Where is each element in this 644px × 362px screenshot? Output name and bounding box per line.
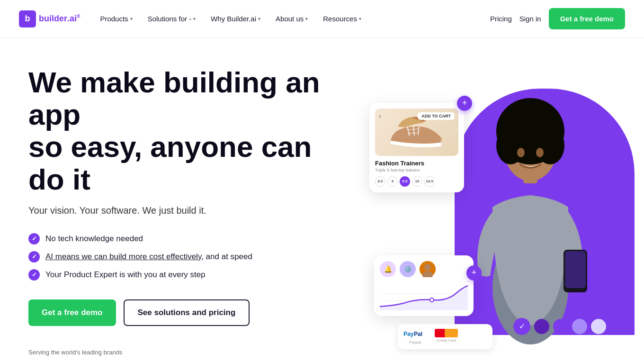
logo-text: builder.ai® bbox=[39, 14, 80, 24]
app-card: ‹ ADD TO CART Fashion Trainers bbox=[369, 103, 464, 192]
nav-signin-link[interactable]: Sign in bbox=[519, 15, 541, 23]
hero-headline-line1: We make building an app bbox=[28, 66, 320, 131]
nav-resources-label: Resources bbox=[323, 15, 357, 23]
feature-text-1: No tech knowledge needed bbox=[45, 234, 143, 244]
nav-item-solutions[interactable]: Solutions for - ▾ bbox=[141, 11, 203, 27]
nav-about-label: About us bbox=[276, 15, 304, 23]
nav-left: b builder.ai® Products ▾ Solutions for -… bbox=[19, 10, 368, 27]
logo-mark: b bbox=[19, 10, 36, 27]
nav-item-products[interactable]: Products ▾ bbox=[93, 11, 139, 27]
nav-why-label: Why Builder.ai bbox=[211, 15, 256, 23]
svg-point-7 bbox=[536, 148, 544, 157]
size-10-5[interactable]: 10.5 bbox=[424, 176, 435, 187]
analytics-chart bbox=[380, 282, 468, 310]
svg-rect-10 bbox=[565, 251, 586, 288]
chevron-down-icon: ▾ bbox=[130, 16, 133, 21]
dot-2 bbox=[553, 319, 568, 334]
plus-bubble-top: + bbox=[457, 96, 472, 111]
hero-primary-cta[interactable]: Get a free demo bbox=[28, 299, 116, 326]
app-card-product-subtitle: Triple S low-top trainers bbox=[375, 168, 458, 172]
back-icon: ‹ bbox=[379, 112, 381, 120]
paypal-svg: Pay Pal bbox=[403, 329, 427, 338]
add-to-cart-tag[interactable]: ADD TO CART bbox=[418, 112, 455, 120]
svg-point-5 bbox=[536, 127, 564, 164]
size-8-5[interactable]: 8.5 bbox=[375, 176, 385, 187]
chevron-down-icon: ▾ bbox=[193, 16, 196, 21]
credit-card-label: Credit Card bbox=[435, 338, 458, 343]
check-icon-2: ✓ bbox=[28, 251, 40, 262]
feature-item-2: ✓ AI means we can build more cost effect… bbox=[28, 251, 350, 262]
chevron-down-icon: ▾ bbox=[258, 16, 260, 21]
logo-name: builder bbox=[39, 14, 67, 23]
feature-text-2-suffix: , and at speed bbox=[201, 252, 252, 261]
app-card-image: ‹ ADD TO CART bbox=[375, 109, 458, 156]
feature-text-3: Your Product Expert is with you at every… bbox=[45, 270, 206, 280]
size-10[interactable]: 10 bbox=[412, 176, 422, 187]
logo-suffix: ai bbox=[70, 14, 77, 23]
ai-link[interactable]: AI means we can build more cost effectiv… bbox=[45, 252, 201, 261]
navbar: b builder.ai® Products ▾ Solutions for -… bbox=[0, 0, 644, 38]
hero-section: We make building an app so easy, anyone … bbox=[0, 38, 644, 362]
chevron-down-icon: ▾ bbox=[305, 16, 308, 21]
hero-ctas: Get a free demo See solutions and pricin… bbox=[28, 299, 350, 326]
plus-bubble-analytics: + bbox=[466, 265, 482, 281]
svg-text:Pay: Pay bbox=[403, 331, 414, 337]
nav-solutions-label: Solutions for - bbox=[148, 15, 192, 23]
feature-item-3: ✓ Your Product Expert is with you at eve… bbox=[28, 269, 350, 281]
paypal-label: Paypal bbox=[403, 340, 427, 344]
brands-label: Serving the world's leading brands bbox=[28, 349, 350, 356]
payment-card: Pay Pal Paypal Credit Card bbox=[398, 324, 492, 349]
check-icon-3: ✓ bbox=[28, 269, 40, 281]
svg-point-6 bbox=[517, 148, 525, 157]
card-icons bbox=[435, 329, 458, 337]
nav-right: Pricing Sign in Get a free demo bbox=[490, 8, 625, 29]
paypal-logo: Pay Pal bbox=[403, 329, 427, 339]
hero-visual: ‹ ADD TO CART Fashion Trainers bbox=[369, 89, 625, 354]
hero-subtitle: Your vision. Your software. We just buil… bbox=[28, 205, 350, 216]
hero-features-list: ✓ No tech knowledge needed ✓ AI means we… bbox=[28, 233, 350, 281]
logo[interactable]: b builder.ai® bbox=[19, 10, 80, 27]
user-avatar-svg bbox=[420, 261, 436, 277]
credit-card-payment: Credit Card bbox=[435, 329, 458, 344]
check-dot: ✓ bbox=[513, 318, 530, 335]
hero-headline: We make building an app so easy, anyone … bbox=[28, 66, 350, 196]
hero-headline-line2: so easy, anyone can do it bbox=[28, 130, 312, 195]
hero-woman-image bbox=[459, 89, 601, 344]
logo-trademark: ® bbox=[77, 14, 80, 19]
nav-demo-button[interactable]: Get a free demo bbox=[549, 8, 625, 29]
feature-item-1: ✓ No tech knowledge needed bbox=[28, 233, 350, 244]
size-selector: 8.5 9 9.5 10 10.5 bbox=[375, 176, 458, 187]
size-9[interactable]: 9 bbox=[387, 176, 398, 187]
nav-links: Products ▾ Solutions for - ▾ Why Builder… bbox=[93, 11, 368, 27]
check-icon-1: ✓ bbox=[28, 233, 40, 244]
mastercard-icon bbox=[445, 329, 458, 337]
paypal-payment: Pay Pal Paypal bbox=[403, 329, 427, 344]
woman-svg bbox=[459, 89, 601, 344]
dot-1 bbox=[534, 319, 549, 334]
svg-point-18 bbox=[424, 264, 431, 271]
app-card-product-title: Fashion Trainers bbox=[375, 160, 458, 167]
hero-content: We make building an app so easy, anyone … bbox=[28, 66, 350, 362]
size-9-5-active[interactable]: 9.5 bbox=[400, 176, 410, 187]
bell-icon: 🔔 bbox=[380, 261, 396, 277]
dots-row: ✓ bbox=[513, 318, 606, 335]
analytics-card: 🔔 ⚙️ bbox=[374, 255, 474, 316]
svg-point-24 bbox=[430, 299, 433, 301]
svg-text:Pal: Pal bbox=[414, 331, 422, 337]
analytics-icons-row: 🔔 ⚙️ bbox=[380, 261, 468, 277]
chart-line-svg bbox=[380, 282, 468, 310]
feature-text-2: AI means we can build more cost effectiv… bbox=[45, 252, 252, 262]
dot-3 bbox=[572, 319, 587, 334]
gear-icon: ⚙️ bbox=[400, 261, 416, 277]
nav-item-about[interactable]: About us ▾ bbox=[269, 11, 314, 27]
nav-item-resources[interactable]: Resources ▾ bbox=[316, 11, 368, 27]
hero-secondary-cta[interactable]: See solutions and pricing bbox=[124, 299, 250, 326]
dot-4 bbox=[591, 319, 606, 334]
user-avatar bbox=[420, 261, 436, 277]
nav-products-label: Products bbox=[100, 15, 128, 23]
nav-item-why[interactable]: Why Builder.ai ▾ bbox=[204, 11, 267, 27]
nav-pricing-link[interactable]: Pricing bbox=[490, 15, 512, 23]
svg-point-4 bbox=[496, 127, 525, 164]
chevron-down-icon: ▾ bbox=[359, 16, 361, 21]
